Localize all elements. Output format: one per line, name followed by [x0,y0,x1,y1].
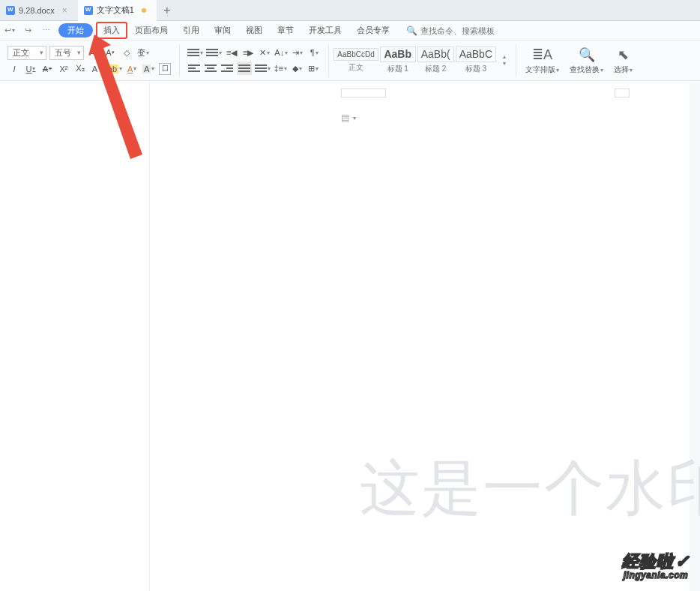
borders-button[interactable]: ⊞▾ [307,62,320,75]
separator [516,44,516,77]
unsaved-indicator-icon [142,8,146,13]
sort-button[interactable]: ✕▾ [258,46,271,59]
line-spacing-button[interactable]: ‡≡▾ [274,62,287,75]
style-label: 标题 2 [417,64,454,74]
navigation-pane [0,81,150,591]
ribbon: 正文 五号 A▴ A▾ ◇ 变▾ I U▾ A▾ X² X₂ A▾ ab▾ A▾… [0,40,700,81]
cursor-icon: ⬉ [618,46,629,63]
brand-line1: 经验啦 [622,552,674,571]
style-heading1[interactable]: AaBb [380,46,416,62]
menu-view[interactable]: 视图 [238,22,270,39]
underline-button[interactable]: U▾ [24,62,37,76]
menu-label: 页面布局 [135,26,168,34]
menu-insert[interactable]: 插入 [96,22,127,39]
styles-more-button[interactable]: ▴▾ [498,53,511,67]
menu-label: 开发工具 [309,26,342,34]
watermark-text: 这是一个水印 [360,448,700,530]
quick-access: ↩▾ ↪ ⋯ [3,24,52,38]
style-label: 标题 3 [456,64,496,74]
para-marks-button[interactable]: A↓▾ [274,46,288,59]
font-group: 正文 五号 A▴ A▾ ◇ 变▾ I U▾ A▾ X² X₂ A▾ ab▾ A▾… [4,46,175,76]
font-size-select[interactable]: 五号 [49,46,84,60]
text-layout-button[interactable]: ≣A 文字排版▾ [521,46,564,75]
italic-button[interactable]: I [7,62,21,76]
char-border-button[interactable]: 囗 [158,62,172,76]
label: 选择 [614,65,629,74]
text-effects-button[interactable]: A▾ [90,62,103,76]
style-label: 正文 [334,62,378,73]
find-replace-button[interactable]: 🔍 查找替换▾ [565,46,608,75]
ruler-indent-marker[interactable] [341,88,386,98]
decrease-indent-button[interactable]: ≡◀ [225,46,238,59]
clear-format-button[interactable]: ◇ [120,46,133,59]
search-input[interactable] [420,26,525,35]
command-search[interactable]: 🔍 [406,26,525,36]
font-name-select[interactable]: 正文 [7,46,46,60]
style-heading2[interactable]: AaBb( [417,46,454,62]
align-justify-button[interactable] [237,62,252,75]
style-preview: AaBb( [421,49,450,60]
font-size-value: 五号 [55,47,71,58]
document-tab-0[interactable]: 9.28.docx × [0,0,78,21]
separator [179,44,180,77]
decrease-font-button[interactable]: A▾ [103,46,117,59]
increase-indent-button[interactable]: ≡▶ [241,46,255,59]
document-tab-1[interactable]: 文字文稿1 [78,0,157,21]
show-marks-button[interactable]: ¶▾ [307,46,321,59]
tab-label: 9.28.docx [19,6,55,15]
separator [328,44,329,77]
workspace: ▤▾ 这是一个水印 [0,81,700,591]
menu-label: 插入 [103,26,120,34]
style-preview: AaBbCcDd [337,50,374,58]
subscript-button[interactable]: X₂ [73,62,87,76]
change-case-button[interactable]: 变▾ [136,46,150,59]
menu-bar: ↩▾ ↪ ⋯ 开始 插入 页面布局 引用 审阅 视图 章节 开发工具 会员专享 … [0,21,700,40]
redo-button[interactable]: ↪ [21,24,34,38]
label: 文字排版 [525,65,555,74]
bullet-list-button[interactable]: ▾ [187,46,203,59]
fill-color-button[interactable]: ◆▾ [290,62,304,75]
menu-label: 会员专享 [357,26,390,34]
page-section-indicator[interactable]: ▤▾ [341,112,356,123]
style-normal[interactable]: AaBbCcDd [334,48,378,61]
highlight-button[interactable]: ab▾ [106,62,122,76]
menu-sections[interactable]: 章节 [270,22,301,39]
doc-icon [84,6,93,15]
menu-label: 引用 [183,26,199,34]
close-icon[interactable]: × [62,5,67,16]
menu-review[interactable]: 审阅 [207,22,238,39]
new-tab-button[interactable]: + [157,4,178,17]
menu-label: 章节 [277,26,294,34]
superscript-button[interactable]: X² [57,62,70,76]
menu-start[interactable]: 开始 [58,23,93,38]
menu-start-label: 开始 [67,26,84,34]
menu-page-layout[interactable]: 页面布局 [127,22,175,39]
align-center-button[interactable] [204,62,217,75]
checkmark-icon: ✓ [675,552,690,571]
font-name-value: 正文 [13,47,29,58]
number-list-button[interactable]: ▾ [206,46,222,59]
ruler-right-marker[interactable] [615,88,630,98]
strike-button[interactable]: A▾ [40,62,54,76]
shading-button[interactable]: A▾ [142,62,155,76]
branding-watermark: 经验啦✓ jingyanla.com [622,550,690,580]
align-right-button[interactable] [220,62,234,75]
distribute-button[interactable]: ▾ [255,62,271,75]
increase-font-button[interactable]: A▴ [87,46,100,59]
style-label: 标题 1 [380,64,416,74]
magnifier-icon: 🔍 [579,46,595,63]
tab-stops-button[interactable]: ⇥▾ [291,46,304,59]
select-button[interactable]: ⬉ 选择▾ [609,46,637,75]
style-heading3[interactable]: AaBbC [456,46,496,62]
align-left-button[interactable] [187,62,201,75]
menu-references[interactable]: 引用 [175,22,207,39]
menu-member[interactable]: 会员专享 [349,22,397,39]
qa-more-button[interactable]: ⋯ [39,24,52,38]
style-preview: AaBbC [459,49,492,60]
menu-dev-tools[interactable]: 开发工具 [301,22,349,39]
document-page[interactable]: ▤▾ 这是一个水印 [150,81,690,591]
font-color-button[interactable]: A▾ [125,62,139,76]
menu-label: 审阅 [214,26,231,34]
undo-button[interactable]: ↩▾ [3,24,16,38]
paragraph-group: ▾ ▾ ≡◀ ≡▶ ✕▾ A↓▾ ⇥▾ ¶▾ ▾ ‡≡▾ ◆▾ ⊞▾ [184,46,324,75]
